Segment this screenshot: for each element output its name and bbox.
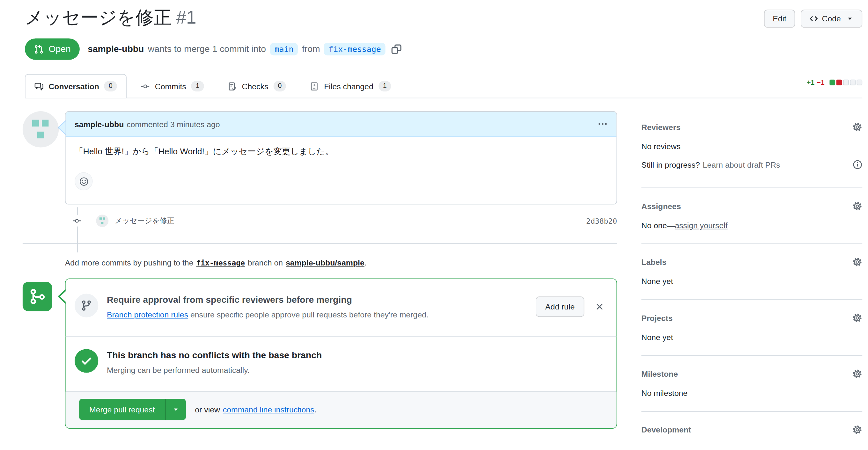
merge-section: Require approval from specific reviewers…	[23, 279, 617, 429]
reviewers-draft-note: Still in progress?Learn about draft PRs	[641, 160, 862, 169]
pr-sidebar: Reviewers No reviews Still in progress?L…	[641, 111, 862, 448]
merge-options-dropdown[interactable]	[165, 399, 186, 420]
tab-conversation[interactable]: Conversation 0	[25, 74, 127, 98]
close-icon	[595, 302, 604, 311]
projects-settings-button[interactable]	[852, 313, 862, 323]
smiley-icon	[79, 176, 88, 186]
tab-checks[interactable]: Checks 0	[218, 74, 296, 98]
comment-meta: commented 3 minutes ago	[127, 120, 220, 128]
comment-box: sample-ubbu commented 3 minutes ago 「Hel…	[65, 111, 617, 204]
base-branch-label[interactable]: main	[270, 43, 298, 56]
comment-author-link[interactable]: sample-ubbu	[74, 120, 124, 128]
pr-author-link[interactable]: sample-ubbu	[88, 44, 144, 55]
dismiss-rule-button[interactable]	[595, 302, 604, 311]
merge-status-row: This branch has no conflicts with the ba…	[66, 337, 617, 392]
git-commit-icon	[141, 82, 150, 91]
merge-status-title: This branch has no conflicts with the ba…	[107, 350, 322, 360]
push-note-period: .	[365, 258, 367, 267]
diffstat-block-neutral	[857, 80, 863, 86]
branch-protection-subtitle: Branch protection rules ensure specific …	[107, 310, 429, 319]
comment-menu-button[interactable]	[598, 119, 608, 129]
edit-button[interactable]: Edit	[764, 9, 795, 28]
diffstat-block-neutral	[843, 80, 849, 86]
kebab-horizontal-icon	[598, 119, 608, 129]
git-merge-icon	[29, 288, 45, 305]
branch-protection-rules-link[interactable]: Branch protection rules	[107, 310, 188, 319]
commit-sha-link[interactable]: 2d38b20	[586, 217, 617, 225]
discussion-divider	[23, 243, 617, 244]
assignees-body: No one—assign yourself	[641, 221, 862, 230]
tab-counter: 1	[191, 81, 204, 92]
comment-header: sample-ubbu commented 3 minutes ago	[66, 112, 617, 137]
tab-files-changed[interactable]: Files changed 1	[300, 74, 401, 98]
pr-meta: Open sample-ubbu wants to merge 1 commit…	[25, 38, 862, 60]
draft-note-prefix: Still in progress?	[641, 160, 700, 169]
reviewers-title: Reviewers	[641, 123, 681, 132]
branch-protection-row: Require approval from specific reviewers…	[66, 279, 617, 336]
tab-label: Checks	[242, 82, 269, 91]
file-diff-icon	[310, 82, 319, 91]
labels-settings-button[interactable]	[852, 257, 862, 267]
push-note-repo-link[interactable]: sample-ubbu/sample	[286, 258, 365, 267]
check-icon	[80, 355, 93, 367]
from-word: from	[302, 44, 320, 55]
diffstat-block-addition	[829, 80, 835, 86]
diffstat-deletions: −1	[817, 79, 824, 87]
git-branch-icon	[81, 300, 92, 311]
copy-branch-button[interactable]	[391, 44, 402, 55]
page-title: メッセージを修正#1	[25, 6, 196, 30]
diffstat-additions: +1	[807, 79, 814, 87]
comment-discussion-icon	[34, 82, 43, 91]
edit-button-label: Edit	[773, 14, 786, 23]
head-branch-label[interactable]: fix-message	[324, 43, 385, 56]
avatar[interactable]	[23, 111, 59, 147]
development-header: Development	[641, 425, 862, 435]
tab-label: Conversation	[49, 82, 99, 91]
push-note-branch-link[interactable]: fix-message	[196, 259, 245, 267]
push-note-middle: branch on	[248, 258, 283, 267]
add-reaction-button[interactable]	[74, 172, 93, 191]
diffstat[interactable]: +1 −1	[807, 79, 862, 87]
branch-protection-title: Require approval from specific reviewers…	[107, 295, 429, 305]
assign-yourself-link[interactable]: assign yourself	[675, 221, 727, 230]
pr-title-text: メッセージを修正	[25, 7, 172, 28]
sidebar-section-milestone: Milestone No milestone	[641, 355, 862, 411]
development-title: Development	[641, 425, 691, 435]
sidebar-section-reviewers: Reviewers No reviews Still in progress?L…	[641, 111, 862, 187]
labels-body: None yet	[641, 277, 862, 286]
commit-avatar[interactable]	[96, 215, 108, 227]
assignees-title: Assignees	[641, 202, 681, 211]
pr-number: #1	[176, 7, 196, 28]
draft-info-button[interactable]	[853, 160, 862, 169]
tab-commits[interactable]: Commits 1	[131, 74, 214, 98]
development-settings-button[interactable]	[852, 425, 862, 435]
reviewers-settings-button[interactable]	[852, 122, 862, 132]
timeline-comment: sample-ubbu commented 3 minutes ago 「Hel…	[23, 111, 617, 204]
merge-pull-request-button[interactable]: Merge pull request	[79, 399, 165, 420]
learn-about-draft-prs-link[interactable]: Learn about draft PRs	[703, 160, 780, 169]
tab-counter: 0	[273, 81, 286, 92]
reviewers-body: No reviews	[641, 142, 862, 151]
pr-merge-description: sample-ubbu wants to merge 1 commit into…	[88, 43, 402, 56]
identicon-avatar	[23, 111, 59, 147]
checklist-icon	[228, 82, 237, 91]
assignees-settings-button[interactable]	[852, 201, 862, 211]
push-note-prefix: Add more commits by pushing to the	[65, 258, 193, 267]
comment-body: 「Hello 世界!」から「Hello World!」にメッセージを変更しました…	[66, 137, 617, 204]
milestone-settings-button[interactable]	[852, 369, 862, 379]
commit-message-link[interactable]: メッセージを修正	[115, 216, 175, 226]
merge-status-text: This branch has no conflicts with the ba…	[107, 349, 322, 375]
branch-protection-text: Require approval from specific reviewers…	[107, 294, 429, 319]
gear-icon	[852, 201, 862, 211]
command-line-instructions-link[interactable]: command line instructions	[223, 405, 314, 414]
timeline-column: sample-ubbu commented 3 minutes ago 「Hel…	[23, 111, 617, 429]
reviewers-header: Reviewers	[641, 122, 862, 132]
gear-icon	[852, 313, 862, 323]
add-rule-button[interactable]: Add rule	[536, 296, 585, 317]
sidebar-section-assignees: Assignees No one—assign yourself	[641, 188, 862, 244]
tab-label: Files changed	[324, 82, 373, 91]
code-button[interactable]: Code	[800, 9, 862, 28]
merge-badge	[23, 282, 52, 311]
git-pull-request-icon	[34, 44, 43, 54]
gear-icon	[852, 257, 862, 267]
